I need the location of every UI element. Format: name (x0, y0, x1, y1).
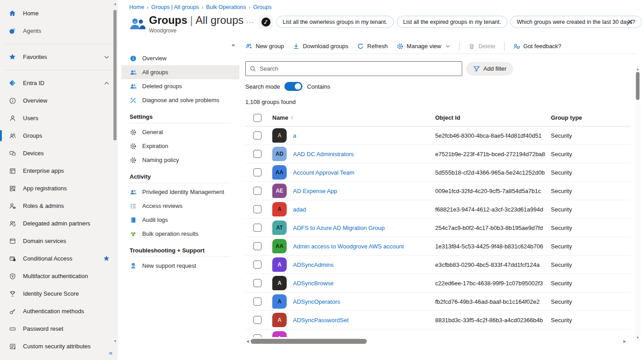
scrollbar-thumb[interactable] (636, 72, 639, 100)
scroll-up-icon[interactable]: ▲ (635, 67, 640, 72)
subnav-item-bulk-operation-results[interactable]: Bulk operation results (122, 227, 239, 241)
row-checkbox[interactable] (253, 297, 261, 306)
breadcrumb-link[interactable]: Groups (253, 4, 271, 10)
sidebar-item-label: Identity Secure Score (23, 290, 79, 297)
breadcrumb-link[interactable]: Bulk Operations (206, 4, 246, 10)
sidebar-item-conditional-access[interactable]: Conditional Access★ (0, 250, 118, 267)
close-icon[interactable]: ✕ (627, 18, 633, 26)
page-title-secondary: All groups (196, 14, 244, 26)
sidebar-item-domain-services[interactable]: Domain services (0, 232, 118, 250)
row-checkbox[interactable] (253, 279, 261, 287)
table-row: Aa5e2fcb46-8300-4bca-8ae5-f4d81df40d51Se… (245, 126, 630, 145)
group-name-link[interactable]: ADFS to Azure AD Migration Group (293, 225, 435, 231)
group-name-link[interactable]: a (293, 132, 435, 139)
column-header-group-type[interactable]: Group type (551, 114, 630, 121)
group-name-link[interactable]: AD Expense App (293, 188, 435, 194)
subnav-item-deleted-groups[interactable]: Deleted groups (122, 79, 239, 93)
group-name-link[interactable]: Admin access to Woodgrove AWS account (293, 243, 435, 250)
row-checkbox[interactable] (253, 261, 261, 269)
subnav-item-expiration[interactable]: Expiration (122, 139, 239, 153)
sidebar-scrollbar[interactable]: ▲ ▼ (113, 0, 117, 360)
scroll-down-icon[interactable]: ▼ (635, 336, 640, 340)
sidebar-item-agents[interactable]: Agents (0, 22, 118, 40)
scroll-left-icon[interactable]: ◀ (245, 339, 250, 344)
subnav-item-general[interactable]: General (122, 125, 239, 139)
sidebar-item-password-reset[interactable]: Password reset (0, 320, 118, 338)
row-checkbox[interactable] (253, 150, 261, 158)
sidebar-item-delegated-admin-partners[interactable]: Delegated admin partners (0, 215, 118, 232)
subnav-item-all-groups[interactable]: All groups (122, 65, 239, 79)
subnav-item-audit-logs[interactable]: Audit logs (122, 213, 239, 227)
sidebar-item-roles-admins[interactable]: Roles & admins (0, 197, 118, 215)
manage-view-button[interactable]: Manage view (396, 43, 451, 50)
row-checkbox[interactable] (253, 242, 261, 250)
sidebar-item-app-registrations[interactable]: App registrations (0, 180, 118, 197)
copilot-suggestion-pill[interactable]: List all the expired groups in my tenant… (397, 16, 507, 28)
sidebar-item-entra-id[interactable]: Entra ID (0, 74, 118, 92)
sidebar-item-identity-secure-score[interactable]: Identity Secure Score (0, 285, 118, 302)
column-header-object-id[interactable]: Object Id (435, 114, 551, 121)
column-header-name[interactable]: Name↑ (272, 114, 435, 121)
group-name-link[interactable]: AAD DC Administrators (293, 151, 435, 158)
sidebar-item-overview[interactable]: Overview (0, 92, 118, 109)
table-horizontal-scrollbar[interactable]: ◀ ▶ (245, 338, 627, 345)
subnav-item-privileged-identity-management[interactable]: Privileged Identity Management (122, 185, 239, 199)
sidebar-item-groups[interactable]: Groups (0, 127, 118, 144)
sidebar-item-custom-security-attributes[interactable]: Custom security attributes (0, 338, 118, 355)
search-mode-toggle[interactable] (284, 82, 302, 91)
sidebar-collapse-button[interactable]: « (109, 349, 113, 356)
delete-button[interactable]: Delete (468, 43, 495, 50)
breadcrumb-link[interactable]: Home (129, 4, 144, 10)
row-checkbox[interactable] (253, 334, 261, 337)
row-checkbox[interactable] (253, 316, 261, 324)
new-group-button[interactable]: New group (245, 43, 284, 50)
favorite-star-icon[interactable]: ★ (103, 255, 110, 262)
overflow-menu-icon[interactable]: ··· (245, 18, 255, 26)
group-name-link[interactable]: ADSyncBrowse (293, 280, 435, 287)
row-checkbox[interactable] (253, 131, 261, 140)
table-vertical-scrollbar[interactable]: ▲ ▼ (635, 67, 640, 341)
scroll-up-icon[interactable]: ▲ (113, 2, 117, 6)
search-box[interactable] (245, 61, 462, 76)
select-all-checkbox[interactable] (253, 114, 261, 122)
copilot-suggestion-pill[interactable]: Which groups were created in the last 30… (510, 16, 641, 28)
entra-id-icon (9, 79, 16, 87)
row-checkbox[interactable] (253, 187, 261, 195)
group-type-cell: Security (551, 261, 630, 268)
sidebar-item-favorites[interactable]: Favorites (0, 48, 118, 66)
group-name-link[interactable]: ADSyncAdmins (293, 261, 435, 268)
row-checkbox[interactable] (253, 224, 261, 232)
subnav-collapse-button[interactable]: « (122, 41, 239, 51)
add-filter-button[interactable]: Add filter (466, 62, 513, 76)
scrollbar-thumb[interactable] (251, 339, 367, 344)
subnav-item-access-reviews[interactable]: Access reviews (122, 199, 239, 213)
row-checkbox[interactable] (253, 168, 261, 176)
sidebar-item-home[interactable]: Home (0, 4, 118, 22)
copilot-suggestion-pill[interactable]: List all the ownerless groups in my tena… (276, 16, 394, 28)
group-name-link[interactable]: ADSyncOperators (293, 298, 435, 305)
scroll-right-icon[interactable]: ▶ (622, 339, 627, 344)
sidebar-item-devices[interactable]: Devices (0, 144, 118, 162)
got-feedback--button[interactable]: Got feedback? (513, 43, 562, 50)
download-groups-button[interactable]: Download groups (293, 43, 348, 50)
subnav-item-diagnose-and-solve-problems[interactable]: Diagnose and solve problems (122, 93, 239, 107)
row-checkbox[interactable] (253, 205, 261, 213)
group-name-link[interactable]: Account Approval Team (293, 169, 435, 176)
scroll-down-icon[interactable]: ▼ (113, 339, 117, 344)
copilot-icon[interactable] (259, 15, 273, 29)
sidebar-item-multifactor-authentication[interactable]: Multifactor authentication (0, 267, 118, 285)
subnav-item-naming-policy[interactable]: Naming policy (122, 153, 239, 167)
subnav-item-overview[interactable]: Overview (122, 51, 239, 65)
sidebar-item-users[interactable]: Users (0, 109, 118, 127)
table-row: ATADFS to Azure AD Migration Group254c7a… (245, 219, 630, 237)
refresh-button[interactable]: Refresh (357, 43, 388, 50)
group-name-link[interactable]: adad (293, 206, 435, 213)
breadcrumb-link[interactable]: Groups | All groups (151, 4, 199, 10)
subnav-item-new-support-request[interactable]: New support request (122, 259, 239, 273)
scrollbar-thumb[interactable] (113, 10, 117, 140)
sidebar-item-enterprise-apps[interactable]: Enterprise apps (0, 162, 118, 180)
sidebar-item-authentication-methods[interactable]: Authentication methods (0, 302, 118, 320)
search-input[interactable] (260, 65, 458, 72)
section-divider (130, 183, 230, 183)
group-name-link[interactable]: ADSyncPasswordSet (293, 317, 435, 324)
